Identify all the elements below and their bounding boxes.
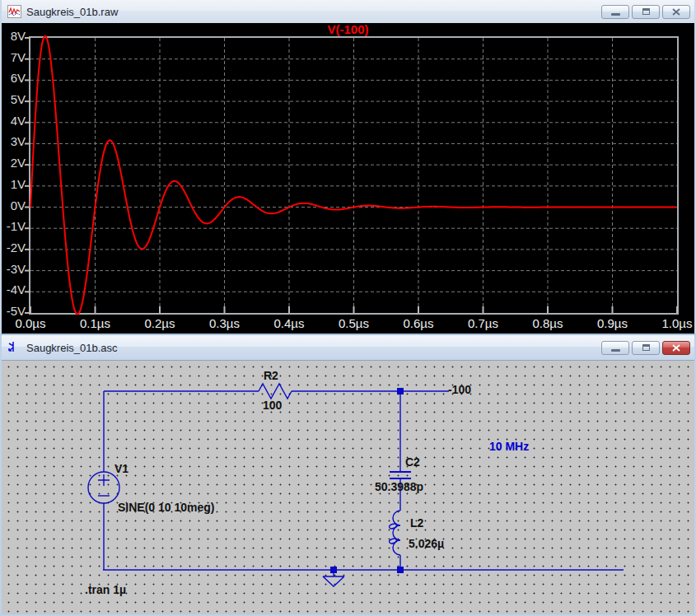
schematic-window-titlebar[interactable]: Saugkreis_01b.asc [2, 335, 694, 361]
resistor-R2-value[interactable]: 100 [263, 399, 282, 412]
minimize-button[interactable] [601, 341, 629, 355]
close-icon [672, 344, 680, 352]
schematic-file-icon [7, 341, 21, 354]
capacitor-C2-value[interactable]: 50.3988p [375, 481, 423, 493]
y-axis-tick-label: -3V [2, 263, 26, 276]
plot-frame[interactable] [29, 36, 679, 315]
schematic-window: Saugkreis_01b.asc [0, 334, 696, 616]
restore-icon [642, 344, 650, 351]
x-axis-tick-label: 0.8µs [522, 316, 573, 331]
y-axis-tick-label: 7V [2, 51, 26, 64]
spice-directive[interactable]: .tran 1µ [85, 584, 126, 596]
junction-dot [397, 567, 404, 573]
y-axis-tick-label: 5V [2, 93, 26, 106]
restore-button[interactable] [632, 5, 660, 19]
waveform-window: Saugkreis_01b.raw V(-100) 8V7V6V5V4V3V2V… [0, 0, 696, 334]
x-axis-tick-label: 0.7µs [458, 316, 509, 331]
junction-dot [397, 388, 404, 394]
resistor-R2-name[interactable]: R2 [264, 370, 278, 382]
inductor-L2-symbol [393, 511, 400, 555]
y-axis-tick-label: -2V [2, 241, 26, 254]
window-controls [601, 341, 690, 355]
circuit-drawing [2, 361, 694, 614]
x-axis-tick-label: 0.4µs [264, 316, 315, 331]
y-axis-tick-label: 0V [2, 199, 26, 212]
capacitor-C2-name[interactable]: C2 [405, 456, 420, 469]
restore-button[interactable] [632, 341, 660, 355]
y-axis-tick-label: 4V [2, 114, 26, 128]
y-axis-tick-label: 8V [2, 30, 26, 43]
minimize-icon [611, 349, 620, 352]
inductor-L2-name[interactable]: L2 [410, 517, 423, 530]
plus-sign [98, 474, 110, 486]
x-axis-tick-label: 0.6µs [393, 316, 444, 331]
source-V1-name[interactable]: V1 [114, 463, 128, 475]
x-axis-tick-label: 1.0µs [652, 316, 696, 331]
waveform-plot-area[interactable]: V(-100) 8V7V6V5V4V3V2V1V0V-1V-2V-3V-4V-5… [2, 23, 694, 334]
y-axis-tick-label: -4V [2, 283, 26, 296]
junction-dot [330, 567, 337, 573]
x-axis-tick-label: 0.0µs [5, 316, 56, 331]
x-axis-tick-label: 0.2µs [134, 316, 185, 331]
trace-legend-label[interactable]: V(-100) [2, 23, 694, 36]
minimize-button[interactable] [601, 5, 629, 19]
y-axis-tick-label: 2V [2, 156, 26, 170]
frequency-annotation[interactable]: 10 MHz [489, 441, 529, 453]
y-axis-tick-label: 1V [2, 178, 26, 191]
ltspice-workspace: Saugkreis_01b.raw V(-100) 8V7V6V5V4V3V2V… [0, 0, 696, 616]
y-axis-tick-label: -1V [2, 220, 26, 233]
x-axis-tick-label: 0.1µs [70, 316, 121, 331]
waveform-file-icon [7, 5, 21, 18]
plot-grid-and-trace [30, 38, 677, 313]
close-icon [672, 8, 680, 16]
y-axis-tick-label: 3V [2, 135, 26, 148]
x-axis-tick-label: 0.5µs [329, 316, 380, 331]
inductor-L2-value[interactable]: 5.026µ [409, 538, 444, 550]
y-axis-tick-label: 6V [2, 72, 26, 85]
window-title: Saugkreis_01b.raw [26, 6, 601, 18]
minimize-icon [611, 13, 620, 16]
close-button[interactable] [662, 341, 690, 355]
restore-icon [642, 8, 650, 15]
waveform-window-titlebar[interactable]: Saugkreis_01b.raw [2, 0, 694, 24]
window-title: Saugkreis_01b.asc [26, 342, 601, 354]
capacitor-C2-symbol [390, 472, 411, 478]
x-axis-tick-label: 0.9µs [587, 316, 638, 331]
x-axis-tick-label: 0.3µs [199, 316, 250, 331]
window-controls [601, 5, 690, 19]
resistor-R2-symbol [259, 384, 292, 399]
close-button[interactable] [662, 5, 690, 19]
source-V1-value[interactable]: SINE(0 10 10meg) [118, 502, 215, 514]
schematic-canvas[interactable]: R2 100 -100 V1 SINE(0 10 10meg) C2 50.39… [2, 361, 694, 614]
node-label[interactable]: -100 [448, 384, 471, 396]
waveform-trace[interactable] [30, 36, 676, 315]
